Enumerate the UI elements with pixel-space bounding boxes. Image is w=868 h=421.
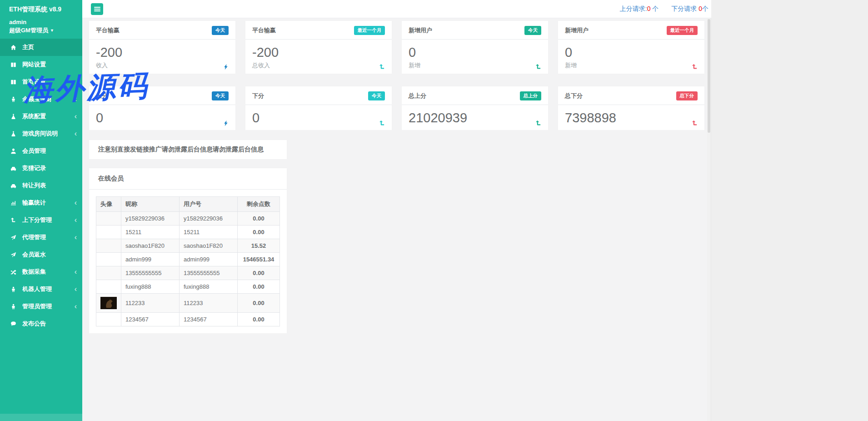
chevron-left-icon: ‹ [75, 216, 77, 224]
main-content: 平台输赢今天-200收入平台输赢最近一个月-200总收入新增用户今天0新增新增用… [82, 18, 711, 421]
bolt-icon [223, 64, 229, 70]
points-cell: 0.00 [238, 280, 280, 293]
sidebar-item-home[interactable]: 主页 [0, 39, 82, 56]
sidebar-item-data-collection[interactable]: 数据采集‹ [0, 263, 82, 281]
level-up-icon [692, 120, 698, 126]
sidebar-item-label: 转让列表 [22, 181, 46, 190]
comment-icon [10, 321, 18, 327]
card-badge: 最近一个月 [667, 26, 698, 35]
card-value: -200 [252, 45, 385, 60]
sidebar-item-label: 首页设置 [22, 78, 46, 86]
stat-cards: 平台输赢今天-200收入平台输赢最近一个月-200总收入新增用户今天0新增新增用… [89, 21, 704, 130]
home-icon [10, 44, 18, 50]
stat-card-2: 新增用户今天0新增 [402, 21, 548, 74]
bolt-icon [223, 120, 229, 126]
sidebar-item-system-config[interactable]: 系统配置‹ [0, 108, 82, 125]
user-id-cell: saoshao1F820 [180, 239, 238, 252]
points-cell: 15.52 [238, 239, 280, 252]
sidebar-item-robot-management[interactable]: 机器人管理‹ [0, 281, 82, 298]
down-request-link[interactable]: 下分请求 0个 [671, 5, 708, 13]
sidebar-item-yuebao[interactable]: 余额宝理财‹ [0, 90, 82, 108]
sidebar-item-transfer-list[interactable]: 转让列表 [0, 177, 82, 194]
stat-card-4: 上分今天0 [89, 86, 235, 130]
sidebar-item-site-settings[interactable]: 网站设置 [0, 56, 82, 73]
points-cell: 0.00 [238, 211, 280, 225]
user-id-cell: y15829229036 [180, 211, 238, 225]
card-value: 0 [96, 110, 229, 125]
paper-plane-icon [10, 251, 18, 258]
stat-card-3: 新增用户最近一个月0新增 [558, 21, 704, 74]
avatar-cell [96, 252, 121, 266]
sidebar-item-agent-management[interactable]: 代理管理‹ [0, 229, 82, 246]
user-role-dropdown[interactable]: 超级GM管理员▼ [0, 25, 82, 39]
topbar: 上分请求:0 个 下分请求 0个 [82, 0, 711, 18]
level-up-icon [379, 64, 385, 70]
sidebar-item-label: 余额宝理财 [22, 95, 52, 103]
chevron-left-icon: ‹ [75, 286, 77, 293]
shuffle-icon [10, 269, 18, 275]
user-name: admin [0, 14, 82, 25]
sidebar-item-member-rebate[interactable]: 会员返水 [0, 246, 82, 263]
sidebar-item-label: 会员管理 [22, 147, 46, 155]
caret-down-icon: ▼ [50, 28, 54, 33]
car-icon [10, 182, 18, 189]
points-cell: 0.00 [238, 266, 280, 280]
nickname-cell: 112233 [121, 293, 180, 312]
chevron-left-icon: ‹ [75, 130, 77, 137]
nickname-cell: 15211 [121, 225, 180, 239]
sidebar-item-admin-management[interactable]: 管理员管理‹ [0, 298, 82, 315]
sidebar-item-label: 会员返水 [22, 251, 46, 259]
flask-icon [10, 130, 18, 137]
table-row: 15211152110.00 [96, 225, 280, 239]
hamburger-icon [94, 7, 100, 8]
table-row: 13555555555135555555550.00 [96, 266, 280, 280]
down-request-label: 下分请求 [671, 5, 698, 12]
points-cell: 0.00 [238, 312, 280, 326]
card-badge: 总上分 [520, 91, 542, 100]
table-row: y15829229036y158292290360.00 [96, 211, 280, 225]
chevron-left-icon: ‹ [75, 199, 77, 206]
points-cell: 0.00 [238, 293, 280, 312]
user-icon [10, 148, 18, 154]
up-request-unit: 个 [650, 5, 658, 12]
table-row: 123456712345670.00 [96, 312, 280, 326]
scrollbar[interactable] [707, 18, 711, 421]
card-value: 0 [252, 110, 385, 125]
up-request-link[interactable]: 上分请求:0 个 [620, 5, 659, 13]
stat-card-6: 总上分总上分21020939 [402, 86, 548, 130]
online-members-table: 头像昵称用户号剩余点数y15829229036y158292290360.001… [96, 196, 280, 326]
table-row: fuxing888fuxing8880.00 [96, 280, 280, 293]
sidebar-item-index-settings[interactable]: 首页设置 [0, 73, 82, 90]
avatar-cell [96, 293, 121, 312]
avatar-cell [96, 211, 121, 225]
chevron-left-icon: ‹ [75, 268, 77, 276]
member-avatar [100, 297, 117, 309]
hamburger-button[interactable] [91, 3, 103, 15]
nickname-cell: admin999 [121, 252, 180, 266]
sidebar: ETH管理系统 v8.9 admin 超级GM管理员▼ 主页网站设置首页设置余额… [0, 0, 82, 421]
card-badge: 今天 [212, 91, 229, 100]
table-row: admin999admin9991546551.34 [96, 252, 280, 266]
online-members-title: 在线会员 [89, 168, 287, 190]
user-role-label: 超级GM管理员 [9, 27, 48, 34]
sidebar-item-label: 输赢统计 [22, 199, 46, 207]
sidebar-item-winloss-stats[interactable]: 输赢统计‹ [0, 194, 82, 211]
points-cell: 1546551.34 [238, 252, 280, 266]
card-value: 0 [409, 45, 541, 60]
sidebar-item-member-management[interactable]: 会员管理 [0, 142, 82, 160]
sidebar-item-updown-management[interactable]: 上下分管理‹ [0, 211, 82, 229]
sidebar-item-label: 系统配置 [22, 112, 46, 120]
sidebar-item-game-room-info[interactable]: 游戏房间说明‹ [0, 125, 82, 142]
avatar-cell [96, 239, 121, 252]
card-badge: 总下分 [676, 91, 698, 100]
user-id-cell: 13555555555 [180, 266, 238, 280]
topbar-right: 上分请求:0 个 下分请求 0个 [620, 0, 708, 18]
sidebar-item-publish-notice[interactable]: 发布公告 [0, 315, 82, 332]
chevron-left-icon: ‹ [75, 113, 77, 120]
scrollbar-thumb[interactable] [708, 19, 710, 133]
column-header: 昵称 [121, 196, 180, 211]
card-badge: 今天 [368, 91, 385, 100]
sidebar-item-guess-records[interactable]: 竞猜记录 [0, 160, 82, 177]
nickname-cell: 1234567 [121, 312, 180, 326]
notice-text: 注意别直接发链接推广请勿泄露后台信息请勿泄露后台信息 [98, 145, 264, 153]
